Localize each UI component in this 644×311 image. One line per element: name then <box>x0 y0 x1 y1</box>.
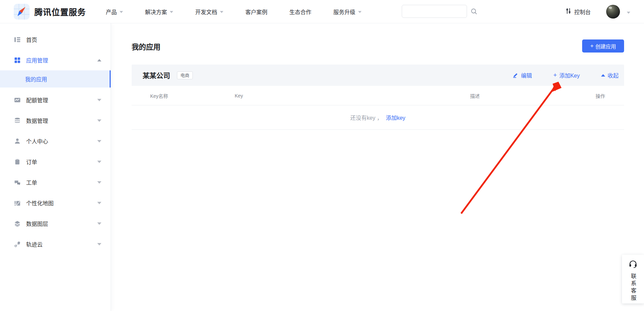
search-input[interactable] <box>402 5 470 18</box>
page-title: 我的应用 <box>132 41 160 51</box>
expand-arrow-icon[interactable] <box>97 161 101 163</box>
add-key-link[interactable]: 添加key <box>386 113 406 122</box>
expand-arrow-icon[interactable] <box>97 181 101 184</box>
chevron-down-icon <box>220 11 223 13</box>
sidebar-item-quota[interactable]: 配额管理 <box>0 90 111 110</box>
brand-title: 腾讯位置服务 <box>34 5 86 18</box>
chevron-down-icon <box>358 11 362 13</box>
column-header-description: 描述 <box>470 86 480 105</box>
chat-bubbles-icon <box>14 179 21 186</box>
main-content: 我的应用 + 创建应用 某某公司 电商 编辑 + <box>111 23 644 311</box>
compass-logo-icon <box>14 4 30 20</box>
add-key-button[interactable]: + 添加Key <box>553 71 580 79</box>
column-header-key-name: Key名称 <box>150 86 168 105</box>
category-tag: 电商 <box>177 71 193 79</box>
sidebar-item-my-apps[interactable]: 我的应用 <box>0 70 111 88</box>
brand[interactable]: 腾讯位置服务 <box>14 4 86 20</box>
contact-support-widget[interactable]: 联系客服 <box>622 255 644 303</box>
sliders-icon <box>565 8 571 16</box>
user-avatar[interactable] <box>606 5 620 19</box>
search-box <box>402 5 467 18</box>
expand-arrow-icon[interactable] <box>97 119 101 122</box>
person-icon <box>14 138 21 145</box>
sidebar-item-data-layers[interactable]: 数据图层 <box>0 213 111 234</box>
collapse-button[interactable]: 收起 <box>601 71 619 79</box>
empty-state-text: 还没有key ， <box>350 113 382 122</box>
plus-icon: + <box>590 43 594 49</box>
sidebar-item-app-management[interactable]: 应用管理 <box>0 50 111 70</box>
clipboard-icon <box>14 158 21 165</box>
sidebar: 首页 应用管理 我的应用 配额管理 <box>0 23 111 311</box>
console-link[interactable]: 控制台 <box>565 0 591 23</box>
sidebar-item-tickets[interactable]: 工单 <box>0 172 111 193</box>
chevron-down-icon <box>120 11 123 13</box>
chevron-down-icon <box>170 11 173 13</box>
chart-image-icon <box>14 96 21 103</box>
pencil-icon <box>512 72 519 78</box>
headset-icon <box>629 260 637 270</box>
nav-item-solutions[interactable]: 解决方案 <box>145 8 173 16</box>
edit-button[interactable]: 编辑 <box>512 71 532 79</box>
sidebar-item-home[interactable]: 首页 <box>0 29 111 50</box>
expand-arrow-icon[interactable] <box>97 243 101 245</box>
expand-arrow-icon[interactable] <box>97 140 101 142</box>
collapse-arrow-icon[interactable] <box>97 59 101 61</box>
column-header-actions: 操作 <box>596 86 605 105</box>
layers-icon <box>14 220 21 227</box>
home-list-icon <box>14 36 21 43</box>
expand-arrow-icon[interactable] <box>97 222 101 225</box>
expand-arrow-icon[interactable] <box>97 202 101 204</box>
app-card: 某某公司 电商 编辑 + 添加Key <box>132 65 624 130</box>
nav-item-cases[interactable]: 客户案例 <box>245 8 267 16</box>
sidebar-item-custom-map[interactable]: 个性化地图 <box>0 193 111 213</box>
card-actions: 编辑 + 添加Key 收起 <box>491 71 619 79</box>
chevron-down-icon[interactable] <box>627 12 630 14</box>
plus-icon: + <box>553 72 557 79</box>
app-card-header: 某某公司 电商 编辑 + 添加Key <box>132 65 624 86</box>
triangle-up-icon <box>601 74 605 77</box>
apps-grid-icon <box>14 57 21 64</box>
nav-item-docs[interactable]: 开发文档 <box>195 8 223 16</box>
top-nav: 产品 解决方案 开发文档 客户案例 生态合作 服务升级 <box>106 8 384 16</box>
search-icon[interactable] <box>470 8 477 15</box>
database-icon <box>14 117 21 124</box>
top-navbar: 腾讯位置服务 产品 解决方案 开发文档 客户案例 生态合作 服务升级 <box>0 0 644 23</box>
table-header-row: Key名称 Key 描述 操作 <box>132 86 624 105</box>
sidebar-item-data-management[interactable]: 数据管理 <box>0 110 111 131</box>
column-header-key: Key <box>235 86 243 105</box>
create-app-button[interactable]: + 创建应用 <box>582 39 624 53</box>
sidebar-item-personal-center[interactable]: 个人中心 <box>0 131 111 151</box>
expand-arrow-icon[interactable] <box>97 99 101 101</box>
contact-support-label: 联系客服 <box>629 273 637 302</box>
console-label: 控制台 <box>574 8 591 16</box>
track-pin-icon <box>14 241 21 247</box>
empty-state-row: 还没有key ， 添加key <box>132 105 624 130</box>
company-name: 某某公司 <box>143 70 170 80</box>
sidebar-item-track-cloud[interactable]: 轨迹云 <box>0 234 111 254</box>
sidebar-item-orders[interactable]: 订单 <box>0 151 111 172</box>
custom-map-icon <box>14 199 21 206</box>
nav-item-ecosystem[interactable]: 生态合作 <box>289 8 311 16</box>
nav-item-products[interactable]: 产品 <box>106 8 123 16</box>
nav-item-service-upgrade[interactable]: 服务升级 <box>333 8 362 16</box>
